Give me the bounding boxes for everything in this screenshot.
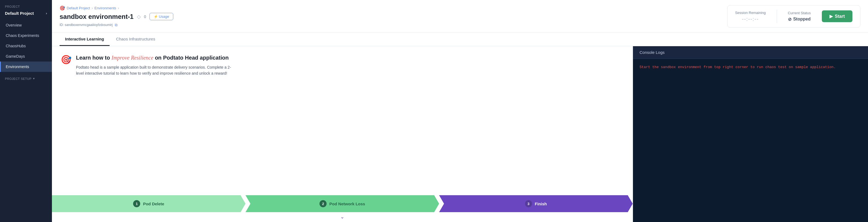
- sidebar-item-gamedays[interactable]: GameDays: [0, 51, 52, 62]
- step-finish[interactable]: 3 Finish: [439, 195, 633, 212]
- sidebar-item-chaoshubs[interactable]: ChaosHubs: [0, 41, 52, 51]
- session-remaining-label: Session Remaining: [735, 11, 766, 15]
- sidebar-project-label: Project: [0, 0, 52, 9]
- step-num-3: 3: [525, 200, 532, 207]
- tab-interactive-learning[interactable]: Interactive Learning: [60, 33, 110, 46]
- breadcrumb-icon: 🎯: [60, 5, 65, 11]
- project-setup-label: PROJECT SETUP: [5, 77, 31, 81]
- breadcrumb-section[interactable]: Environments: [95, 6, 116, 10]
- step-label-1: Pod Delete: [143, 201, 164, 206]
- console-message: Start the sandbox environment from top r…: [640, 65, 836, 69]
- sidebar-item-chaos-experiments[interactable]: Chaos Experiments: [0, 30, 52, 41]
- tab-chaos-infrastructures[interactable]: Chaos Infrastructures: [111, 33, 161, 46]
- step-pod-network-loss[interactable]: 2 Pod Network Loss: [245, 195, 439, 212]
- usage-button[interactable]: ⚡ Usage: [150, 13, 173, 20]
- learn-header: 🎯 Learn how to Improve Resilience on Pod…: [52, 46, 633, 82]
- console-body: Start the sandbox environment from top r…: [633, 59, 868, 222]
- step-pod-delete[interactable]: 1 Pod Delete: [52, 195, 245, 212]
- sidebar-item-label: Chaos Experiments: [6, 33, 39, 38]
- step-chevron-row: ⌄: [52, 212, 633, 222]
- title-suffix: on Podtato Head application: [153, 55, 229, 61]
- step-chevron-down-icon: ⌄: [340, 214, 344, 220]
- step-num-1: 1: [133, 200, 140, 207]
- breadcrumb-sep2: ›: [118, 6, 119, 10]
- learn-title: Learn how to Improve Resilience on Podta…: [76, 54, 235, 62]
- left-panel: 🎯 Learn how to Improve Resilience on Pod…: [52, 46, 633, 222]
- learn-description: Podtato head is a sample application bui…: [76, 64, 235, 76]
- learn-text: Learn how to Improve Resilience on Podta…: [76, 54, 235, 76]
- step-label-3: Finish: [535, 201, 547, 206]
- learn-icon: 🎯: [61, 55, 72, 65]
- current-status-label: Current Status: [788, 11, 811, 15]
- steps-row: 1 Pod Delete 2 Pod Network Loss 3 Finish: [52, 195, 633, 212]
- sidebar-item-overview[interactable]: Overview: [0, 20, 52, 30]
- sidebar-item-environments[interactable]: Environments: [0, 62, 52, 72]
- count-badge: 0: [144, 14, 146, 19]
- step-label-2: Pod Network Loss: [329, 201, 365, 206]
- topbar: 🎯 Default Project › Environments › sandb…: [52, 0, 868, 33]
- sidebar-item-label: Overview: [6, 23, 22, 27]
- session-remaining-item: Session Remaining --:--:--: [735, 11, 766, 22]
- breadcrumb: 🎯 Default Project › Environments ›: [60, 5, 173, 11]
- current-status-item: Current Status ⊘ Stopped: [788, 11, 811, 22]
- sidebar: Project Default Project › Overview Chaos…: [0, 0, 52, 222]
- console-panel: Console Logs Start the sandbox environme…: [633, 46, 868, 222]
- breadcrumb-sep1: ›: [92, 6, 93, 10]
- stopped-status: ⊘ Stopped: [788, 17, 811, 22]
- status-panel: Session Remaining --:--:-- Current Statu…: [727, 5, 860, 28]
- content-area: 🎯 Learn how to Improve Resilience on Pod…: [52, 46, 868, 222]
- stopped-icon: ⊘: [788, 17, 792, 22]
- diamond-icon: ◇: [137, 14, 141, 20]
- copy-icon[interactable]: ⧉: [115, 23, 118, 27]
- topbar-left: 🎯 Default Project › Environments › sandb…: [60, 5, 173, 27]
- project-setup-chevron-icon: ▾: [33, 77, 35, 81]
- project-name: Default Project: [5, 11, 34, 15]
- start-label: Start: [835, 14, 845, 19]
- console-header: Console Logs: [633, 46, 868, 59]
- breadcrumb-project[interactable]: Default Project: [67, 6, 90, 10]
- start-icon: ▶: [830, 14, 833, 19]
- status-divider: [777, 10, 777, 23]
- main-content: 🎯 Default Project › Environments › sandb…: [52, 0, 868, 222]
- session-remaining-value: --:--:--: [742, 17, 759, 22]
- sidebar-item-label: ChaosHubs: [6, 44, 26, 48]
- title-stylized: Improve Resilience: [112, 55, 153, 61]
- project-setup-section[interactable]: PROJECT SETUP ▾: [0, 72, 52, 82]
- page-title: sandbox environment-1: [60, 13, 134, 21]
- start-button[interactable]: ▶ Start: [822, 10, 852, 22]
- title-row: sandbox environment-1 ◇ 0 ⚡ Usage: [60, 13, 173, 21]
- title-prefix: Learn how to: [76, 55, 112, 61]
- step-num-2: 2: [319, 200, 327, 207]
- environment-id: ID: sandboxenvmcgaaiiioyfzdxsumirj: [60, 23, 113, 27]
- project-selector[interactable]: Default Project ›: [0, 9, 52, 20]
- stopped-label: Stopped: [793, 17, 811, 22]
- project-chevron-icon: ›: [46, 11, 47, 15]
- tab-bar: Interactive Learning Chaos Infrastructur…: [52, 33, 868, 46]
- sidebar-item-label: GameDays: [6, 54, 25, 59]
- sidebar-item-label: Environments: [6, 65, 29, 69]
- id-row: ID: sandboxenvmcgaaiiioyfzdxsumirj ⧉: [60, 23, 173, 27]
